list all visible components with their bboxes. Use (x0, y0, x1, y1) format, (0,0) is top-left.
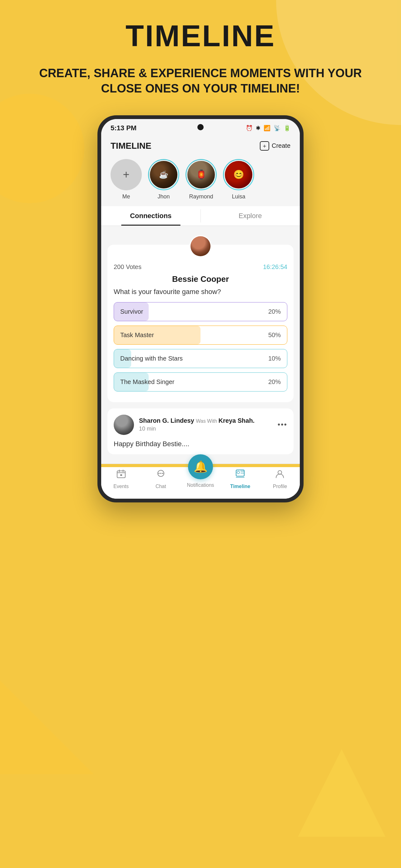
nav-item-events[interactable]: Events (101, 469, 141, 489)
bg-decoration-bottom-left (0, 681, 94, 774)
story-item-me[interactable]: + Me (110, 159, 142, 200)
story-avatar-me: + (110, 159, 142, 190)
svg-point-7 (160, 473, 162, 474)
nav-items: Events (101, 464, 300, 499)
poll-votes: 200 Votes (114, 264, 141, 271)
post-card: Sharon G. Lindesy Was With Kreya Shah. 1… (107, 408, 294, 454)
post-info: Sharon G. Lindesy Was With Kreya Shah. 1… (139, 417, 273, 432)
post-author-line: Sharon G. Lindesy Was With Kreya Shah. (139, 417, 273, 424)
status-bar: 5:13 PM ⏰ ✱ 📶 📡 🔋 (101, 119, 300, 135)
add-story-icon: + (123, 168, 129, 181)
poll-option-survivor[interactable]: Survivor 20% (114, 302, 287, 321)
svg-point-6 (158, 473, 160, 474)
poll-user-avatar (190, 235, 211, 257)
phone-frame: 5:13 PM ⏰ ✱ 📶 📡 🔋 TIMELINE ＋ Creat (97, 115, 304, 502)
story-name-luisa: Luisa (232, 193, 245, 200)
story-name-jhon: Jhon (157, 193, 170, 200)
post-was-with: Was With (196, 418, 218, 424)
bluetooth-icon: ✱ (256, 125, 261, 131)
tab-connections[interactable]: Connections (101, 206, 201, 226)
poll-author: Bessie Cooper (114, 274, 287, 284)
story-avatar-inner-raymond: 🏮 (187, 160, 216, 189)
tabs-row: Connections Explore (101, 206, 300, 226)
post-time: 10 min (139, 426, 273, 432)
create-button[interactable]: ＋ Create (260, 141, 291, 151)
svg-point-10 (237, 471, 239, 474)
nav-item-chat[interactable]: Chat (141, 469, 180, 489)
post-author-avatar (114, 415, 134, 435)
poll-option-label-taskmaster: Task Master (120, 332, 154, 339)
poll-option-label-dancing: Dancing with the Stars (120, 355, 183, 362)
camera-notch (197, 124, 204, 130)
page-title: TIMELINE (0, 19, 401, 53)
svg-rect-4 (120, 474, 122, 476)
notifications-label: Notifications (187, 483, 214, 488)
post-author-name: Sharon G. Lindesy (139, 417, 194, 424)
poll-option-pct-survivor: 20% (268, 308, 281, 315)
poll-option-dancing[interactable]: Dancing with the Stars 10% (114, 349, 287, 368)
chat-icon (156, 469, 166, 481)
profile-label: Profile (273, 484, 287, 489)
bg-decoration-bottom-right (298, 749, 386, 837)
page-subtitle: CREATE, SHARE & EXPERIENCE MOMENTS WITH … (0, 66, 401, 97)
wifi-icon: 📶 (264, 125, 270, 131)
chat-label: Chat (156, 484, 166, 489)
poll-option-label-survivor: Survivor (120, 308, 143, 315)
alarm-icon: ⏰ (246, 125, 253, 131)
story-avatar-inner-jhon: ☕ (149, 160, 178, 189)
poll-card: 200 Votes 16:26:54 Bessie Cooper What is… (107, 245, 294, 402)
nav-item-notifications[interactable]: 🔔 Notifications (180, 470, 220, 488)
nav-item-profile[interactable]: Profile (260, 469, 300, 489)
app-header: TIMELINE ＋ Create (101, 135, 300, 156)
story-avatar-raymond: 🏮 (186, 159, 217, 190)
svg-point-8 (162, 473, 163, 474)
poll-meta: 200 Votes 16:26:54 (114, 264, 287, 271)
status-icons: ⏰ ✱ 📶 📡 🔋 (246, 125, 291, 131)
app-content: TIMELINE ＋ Create + Me (101, 135, 300, 499)
battery-icon: 🔋 (283, 125, 291, 131)
post-tagged-name: Kreya Shah. (219, 417, 255, 424)
timeline-label: Timeline (230, 484, 250, 489)
story-item-raymond[interactable]: 🏮 Raymond (186, 159, 217, 200)
story-name-me: Me (122, 193, 130, 200)
profile-icon (275, 469, 285, 481)
bottom-nav: Events (101, 464, 300, 499)
story-name-raymond: Raymond (189, 193, 213, 200)
page-header: TIMELINE CREATE, SHARE & EXPERIENCE MOME… (0, 0, 401, 97)
poll-option-taskmaster[interactable]: Task Master 50% (114, 326, 287, 345)
story-item-luisa[interactable]: 😊 Luisa (223, 159, 254, 200)
notifications-bell-circle: 🔔 (188, 454, 213, 479)
story-item-jhon[interactable]: ☕ Jhon (148, 159, 179, 200)
timeline-icon (235, 469, 245, 481)
app-logo: TIMELINE (110, 141, 152, 151)
story-avatar-luisa: 😊 (223, 159, 254, 190)
status-time: 5:13 PM (110, 124, 136, 132)
create-plus-icon: ＋ (260, 141, 269, 151)
poll-option-pct-taskmaster: 50% (268, 332, 281, 339)
stories-row: + Me ☕ Jhon (101, 156, 300, 206)
story-avatar-inner-luisa: 😊 (224, 160, 253, 189)
poll-timer: 16:26:54 (263, 264, 287, 271)
post-header: Sharon G. Lindesy Was With Kreya Shah. 1… (114, 415, 287, 435)
create-label: Create (272, 142, 291, 149)
events-label: Events (113, 484, 129, 489)
events-icon (116, 469, 126, 481)
phone-screen: 5:13 PM ⏰ ✱ 📶 📡 🔋 TIMELINE ＋ Creat (101, 119, 300, 499)
signal-icon: 📡 (274, 125, 280, 131)
poll-option-pct-dancing: 10% (268, 355, 281, 362)
bell-icon: 🔔 (194, 460, 208, 473)
post-text: Happy Birthday Bestie.... (114, 440, 287, 448)
tab-explore[interactable]: Explore (201, 206, 300, 226)
phone-container: 5:13 PM ⏰ ✱ 📶 📡 🔋 TIMELINE ＋ Creat (0, 115, 401, 502)
story-avatar-jhon: ☕ (148, 159, 179, 190)
post-more-options[interactable]: ••• (278, 420, 287, 429)
poll-card-wrapper: 200 Votes 16:26:54 Bessie Cooper What is… (101, 226, 300, 402)
poll-option-pct-maskedsinger: 20% (268, 378, 281, 385)
poll-option-maskedsinger[interactable]: The Masked Singer 20% (114, 372, 287, 392)
nav-item-timeline[interactable]: Timeline (221, 469, 260, 489)
poll-option-label-maskedsinger: The Masked Singer (120, 378, 174, 385)
poll-question: What is your favourite game show? (114, 288, 287, 296)
